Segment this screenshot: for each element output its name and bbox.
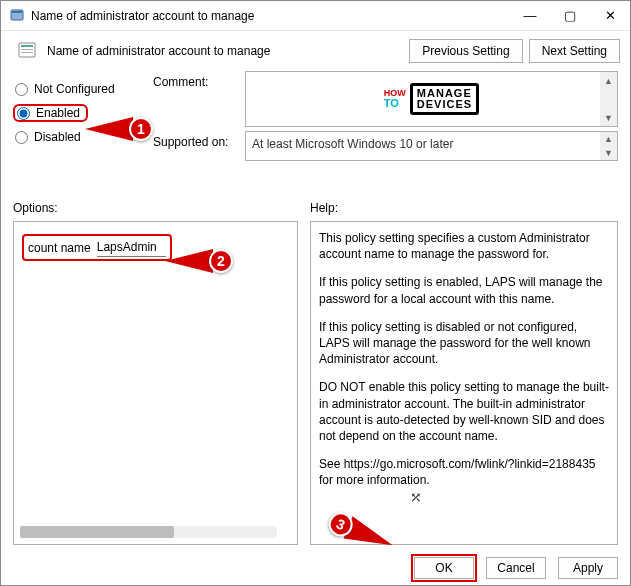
radio-enabled-input[interactable] <box>17 107 30 120</box>
radio-disabled[interactable]: Disabled <box>13 125 153 149</box>
radio-disabled-input[interactable] <box>15 131 28 144</box>
logo-right: MANAGE DEVICES <box>410 83 479 115</box>
options-label: Options: <box>13 201 298 215</box>
account-name-row-highlight: count name <box>22 234 172 261</box>
gpo-editor-window: Name of administrator account to manage … <box>0 0 631 586</box>
account-name-label: count name <box>28 241 91 255</box>
help-label: Help: <box>310 201 618 215</box>
account-name-input[interactable] <box>97 238 166 257</box>
footer-buttons: OK Cancel Apply <box>408 557 618 579</box>
maximize-button[interactable]: ▢ <box>550 1 590 31</box>
config-area: Not Configured Enabled Disabled Comment: <box>1 71 630 167</box>
next-setting-button[interactable]: Next Setting <box>529 39 620 63</box>
apply-button[interactable]: Apply <box>558 557 618 579</box>
radio-enabled[interactable]: Enabled <box>15 106 80 120</box>
scroll-down-icon[interactable]: ▼ <box>600 146 617 160</box>
scroll-up-icon[interactable]: ▲ <box>600 132 617 146</box>
svg-rect-5 <box>21 52 33 53</box>
subheader: Name of administrator account to manage … <box>1 31 630 71</box>
comment-label: Comment: <box>153 75 237 89</box>
enabled-highlight: Enabled <box>13 104 88 122</box>
help-paragraph: See https://go.microsoft.com/fwlink/?lin… <box>319 456 609 488</box>
titlebar: Name of administrator account to manage … <box>1 1 630 31</box>
logo-left: HOW TO <box>384 89 406 109</box>
help-paragraph: If this policy setting is enabled, LAPS … <box>319 274 609 306</box>
app-icon <box>9 8 25 24</box>
comment-scrollbar[interactable]: ▲ ▼ <box>600 72 617 126</box>
radio-group: Not Configured Enabled Disabled <box>13 71 153 161</box>
minimize-button[interactable]: — <box>510 1 550 31</box>
cursor-icon: ⤱ <box>410 489 422 505</box>
htm-logo: HOW TO MANAGE DEVICES <box>384 83 479 115</box>
help-paragraph: If this policy setting is disabled or no… <box>319 319 609 368</box>
comment-box[interactable]: HOW TO MANAGE DEVICES ▲ ▼ <box>245 71 618 127</box>
policy-icon <box>15 39 39 63</box>
options-column: Options: count name <box>13 201 298 545</box>
logo-to: TO <box>384 97 399 109</box>
close-button[interactable]: ✕ <box>590 1 630 31</box>
window-title: Name of administrator account to manage <box>31 9 510 23</box>
ok-button[interactable]: OK <box>414 557 474 579</box>
svg-rect-4 <box>21 49 33 50</box>
body-columns: Options: count name Help: This policy se… <box>1 201 630 545</box>
help-paragraph: DO NOT enable this policy setting to man… <box>319 379 609 444</box>
radio-not-configured-input[interactable] <box>15 83 28 96</box>
radio-not-configured-label: Not Configured <box>34 82 115 96</box>
radio-enabled-label: Enabled <box>36 106 80 120</box>
previous-setting-button[interactable]: Previous Setting <box>409 39 522 63</box>
options-h-scrollbar[interactable] <box>20 526 277 538</box>
supported-on-box: At least Microsoft Windows 10 or later ▲… <box>245 131 618 161</box>
help-column: Help: This policy setting specifies a cu… <box>310 201 618 545</box>
supported-on-label: Supported on: <box>153 135 237 149</box>
options-panel: count name <box>13 221 298 545</box>
options-h-thumb[interactable] <box>20 526 174 538</box>
scroll-down-icon[interactable]: ▼ <box>600 109 617 126</box>
policy-title: Name of administrator account to manage <box>47 44 403 58</box>
scroll-up-icon[interactable]: ▲ <box>600 72 617 89</box>
radio-not-configured[interactable]: Not Configured <box>13 77 153 101</box>
supported-on-text: At least Microsoft Windows 10 or later <box>252 137 453 151</box>
window-controls: — ▢ ✕ <box>510 1 630 31</box>
svg-rect-1 <box>12 11 22 13</box>
supported-scrollbar[interactable]: ▲ ▼ <box>600 132 617 160</box>
meta-column: Comment: HOW TO MANAGE DEVICES ▲ <box>153 71 618 161</box>
cancel-button[interactable]: Cancel <box>486 557 546 579</box>
logo-devices: DEVICES <box>417 99 472 110</box>
help-panel: This policy setting specifies a custom A… <box>310 221 618 545</box>
radio-disabled-label: Disabled <box>34 130 81 144</box>
svg-rect-3 <box>21 45 33 47</box>
help-paragraph: This policy setting specifies a custom A… <box>319 230 609 262</box>
